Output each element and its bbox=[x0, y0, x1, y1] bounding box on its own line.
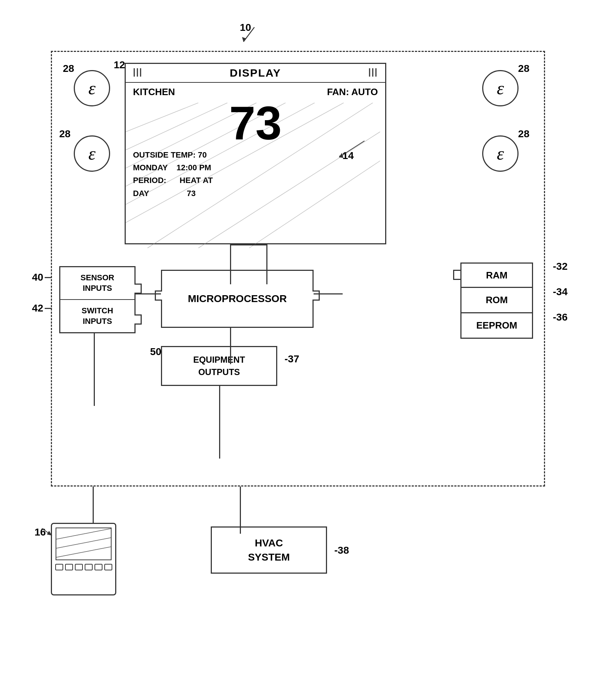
hb2 bbox=[65, 564, 73, 570]
line-equip-down bbox=[219, 386, 220, 459]
ref-40: 40 bbox=[32, 272, 43, 283]
display-row1: KITCHEN FAN: AUTO bbox=[133, 86, 378, 98]
hvac-label: HVACSYSTEM bbox=[248, 536, 290, 564]
handheld-screen-lines bbox=[56, 528, 111, 559]
hb6 bbox=[104, 564, 112, 570]
svg-line-13 bbox=[56, 528, 111, 539]
ref-36: -36 bbox=[553, 312, 568, 323]
handheld-screen bbox=[56, 528, 112, 560]
ram-label: RAM bbox=[486, 270, 507, 281]
rom-label: ROM bbox=[486, 294, 508, 306]
display-fan-status: FAN: AUTO bbox=[327, 86, 378, 98]
display-info-line3: PERIOD: HEAT AT bbox=[133, 174, 378, 187]
inputs-box: SENSORINPUTS SWITCHINPUTS bbox=[59, 266, 136, 333]
line-inputs-to-micro bbox=[136, 293, 161, 294]
knob-mid-right[interactable]: ε bbox=[482, 135, 519, 172]
ref-28-ml: 28 bbox=[59, 128, 70, 140]
micro-notch-right bbox=[312, 290, 320, 301]
ref-38: -38 bbox=[334, 545, 349, 556]
line-40 bbox=[45, 277, 52, 278]
ref-12: 12 bbox=[114, 59, 125, 71]
hb5 bbox=[94, 564, 102, 570]
knob-top-right[interactable]: ε bbox=[482, 70, 519, 106]
ref-34: -34 bbox=[553, 286, 568, 298]
diagram-container: 10 DISPLAY bbox=[29, 22, 574, 683]
line-sensor-down bbox=[94, 333, 95, 406]
line-sensor-to-handheld bbox=[93, 487, 94, 523]
knob-top-left[interactable]: ε bbox=[74, 70, 110, 106]
equipment-outputs-box: EQUIPMENTOUTPUTS bbox=[161, 346, 277, 386]
ref-37: -37 bbox=[285, 353, 299, 365]
outer-system-box: DISPLAY KITCHEN FAN: AUTO bbox=[51, 51, 545, 487]
svg-line-14 bbox=[56, 537, 111, 548]
equipment-outputs-label: EQUIPMENTOUTPUTS bbox=[193, 354, 245, 378]
svg-line-15 bbox=[56, 546, 111, 557]
micro-notch-left bbox=[155, 290, 162, 301]
ref-32: -32 bbox=[553, 261, 568, 272]
hb4 bbox=[85, 564, 93, 570]
line-micro-to-mem bbox=[314, 293, 343, 294]
display-header: DISPLAY bbox=[126, 64, 385, 83]
display-info-line4: DAY 73 bbox=[133, 187, 378, 200]
ref-16-arrow bbox=[42, 526, 53, 537]
knob-mid-left[interactable]: ε bbox=[74, 135, 110, 172]
svg-line-11 bbox=[339, 141, 364, 157]
sensor-section: SENSORINPUTS bbox=[60, 267, 134, 300]
hvac-box: HVACSYSTEM bbox=[211, 526, 327, 574]
ref-28-mr: 28 bbox=[518, 128, 529, 140]
eeprom-notch-left bbox=[453, 270, 460, 280]
hb3 bbox=[75, 564, 83, 570]
eeprom-label: EEPROM bbox=[476, 320, 517, 331]
handheld-device bbox=[51, 523, 116, 595]
line-horiz-top bbox=[230, 244, 267, 245]
switch-inputs-label: SWITCHINPUTS bbox=[82, 306, 113, 326]
svg-marker-17 bbox=[47, 531, 52, 536]
ref-28-tl: 28 bbox=[63, 63, 74, 74]
microprocessor-label: MICROPROCESSOR bbox=[188, 292, 287, 306]
switch-notch-right bbox=[134, 314, 142, 325]
switch-section: SWITCHINPUTS bbox=[60, 300, 134, 333]
line-micro-to-equip bbox=[230, 328, 231, 364]
sensor-inputs-label: SENSORINPUTS bbox=[81, 273, 114, 293]
handheld-buttons bbox=[55, 564, 112, 570]
rom-box: ROM bbox=[460, 288, 533, 313]
line-42 bbox=[45, 308, 52, 309]
microprocessor-box: MICROPROCESSOR bbox=[161, 270, 314, 328]
svg-marker-12 bbox=[339, 153, 343, 158]
memory-stack: RAM ROM EEPROM bbox=[460, 262, 533, 339]
ref-42: 42 bbox=[32, 302, 43, 314]
ref-14-arrow bbox=[328, 139, 372, 168]
ref-50: 50 bbox=[150, 346, 161, 358]
hb1 bbox=[55, 564, 63, 570]
display-location: KITCHEN bbox=[133, 86, 175, 98]
ref-28-tr: 28 bbox=[518, 63, 529, 74]
ref-10-arrow bbox=[233, 22, 269, 51]
line-equip-to-hvac bbox=[240, 487, 241, 534]
ram-box: RAM bbox=[460, 262, 533, 288]
eeprom-box: EEPROM bbox=[460, 313, 533, 339]
sensor-notch-right bbox=[134, 284, 142, 294]
